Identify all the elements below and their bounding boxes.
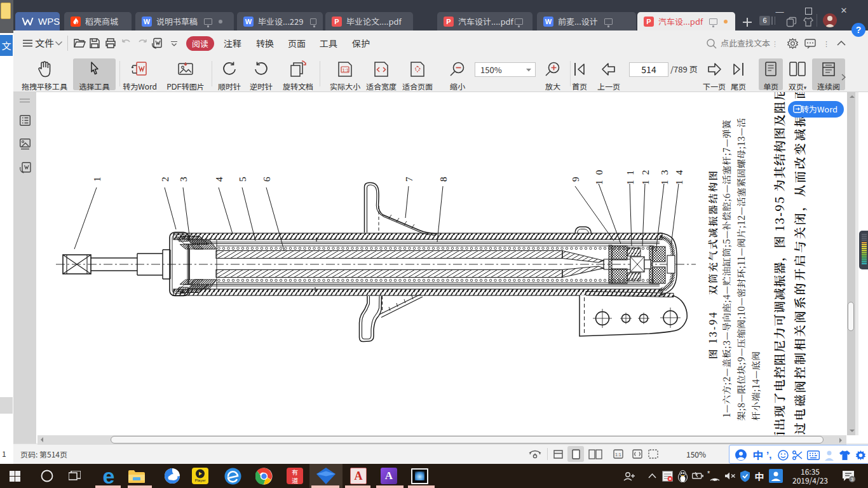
svg-text:1:1: 1:1 [615,452,621,457]
svg-text:5: 5 [237,177,248,182]
svg-text:4: 4 [214,177,224,182]
svg-text:14: 14 [674,165,684,186]
svg-text:3: 3 [851,477,854,482]
svg-text:*: * [707,471,710,477]
svg-text:10: 10 [593,165,604,186]
svg-text:12: 12 [640,165,651,186]
svg-text:1: 1 [92,177,102,182]
svg-text:9: 9 [570,177,581,182]
svg-text:2: 2 [159,177,170,182]
svg-text:3: 3 [178,177,189,182]
svg-text:8: 8 [438,177,449,182]
svg-text:11: 11 [625,165,635,185]
svg-text:6: 6 [261,177,272,182]
svg-text:13: 13 [659,165,670,186]
svg-text:7: 7 [403,177,414,182]
svg-text:1:1: 1:1 [342,67,349,73]
